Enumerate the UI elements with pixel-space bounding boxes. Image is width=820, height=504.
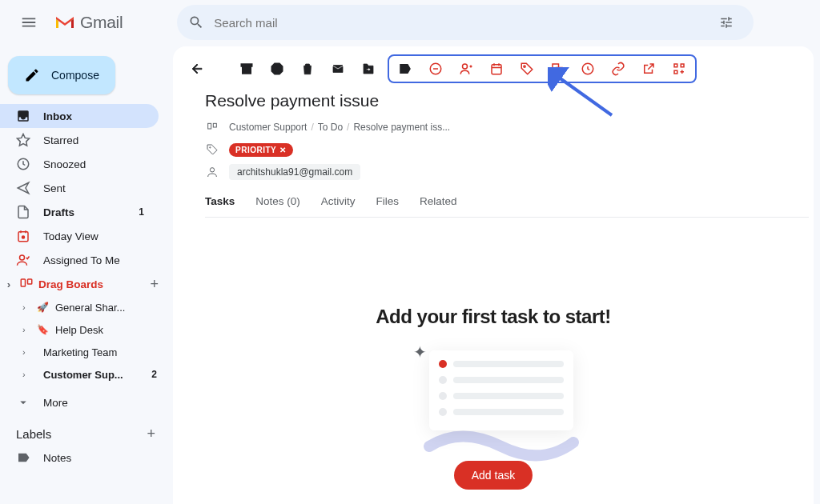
- svg-point-2: [22, 236, 25, 238]
- sidebar-item-assigned-to-me[interactable]: Assigned To Me: [0, 248, 159, 272]
- svg-point-22: [210, 168, 214, 172]
- archive-button[interactable]: [235, 58, 258, 80]
- drag-toolbar-highlight: [388, 54, 697, 83]
- remove-chip-icon[interactable]: ✕: [279, 146, 287, 154]
- search-input[interactable]: [214, 16, 701, 30]
- tab-files[interactable]: Files: [376, 187, 400, 217]
- tags-button[interactable]: [516, 58, 538, 80]
- board-path-icon: [205, 120, 219, 134]
- tab-notes[interactable]: Notes (0): [255, 187, 300, 217]
- sidebar: Compose Inbox Starred Snoozed Sent Draft…: [0, 48, 168, 474]
- board-customer-support[interactable]: ›Customer Sup...2: [0, 363, 168, 386]
- sidebar-item-today-view[interactable]: Today View: [0, 224, 159, 248]
- link-button[interactable]: [607, 58, 629, 80]
- add-task-button[interactable]: Add task: [454, 461, 533, 490]
- send-icon: [16, 181, 30, 195]
- pencil-icon: [24, 67, 40, 83]
- sidebar-item-inbox[interactable]: Inbox: [0, 104, 159, 128]
- search-options-button[interactable]: [710, 6, 742, 38]
- svg-point-12: [524, 66, 525, 67]
- back-button[interactable]: [186, 58, 208, 80]
- empty-state-title: Add your first task to start!: [173, 306, 814, 328]
- chevron-down-icon: [16, 395, 30, 410]
- open-external-button[interactable]: [637, 58, 660, 80]
- board-marketing[interactable]: ›Marketing Team: [0, 341, 168, 363]
- labels-header: Labels +: [0, 414, 168, 446]
- empty-state-illustration: ✦: [413, 342, 573, 446]
- svg-point-8: [276, 70, 278, 72]
- page-title: Resolve payment issue: [205, 91, 782, 110]
- compose-label: Compose: [51, 69, 99, 82]
- svg-rect-19: [208, 123, 211, 129]
- svg-point-21: [210, 147, 211, 148]
- tab-activity[interactable]: Activity: [321, 187, 356, 217]
- boards-icon: [19, 277, 34, 291]
- main-panel: Resolve payment issue Customer Support/T…: [173, 46, 814, 504]
- search-box[interactable]: [177, 5, 754, 40]
- sidebar-item-more[interactable]: More: [0, 390, 159, 414]
- breadcrumb[interactable]: Customer Support/To Do/Resolve payment i…: [229, 122, 450, 133]
- tags-row: PRIORITY ✕: [205, 141, 782, 158]
- gmail-logo-text: Gmail: [80, 13, 123, 32]
- draft-icon: [16, 205, 30, 219]
- mark-unread-button[interactable]: [327, 58, 349, 80]
- svg-rect-16: [674, 64, 677, 67]
- board-help-desk[interactable]: ›🔖Help Desk: [0, 318, 168, 341]
- main-menu-button[interactable]: [10, 3, 48, 42]
- assignee-chip[interactable]: architshukla91@gmail.com: [229, 164, 360, 180]
- sidebar-item-sent[interactable]: Sent: [0, 176, 159, 200]
- label-icon: [16, 450, 30, 465]
- add-label-button[interactable]: +: [147, 426, 155, 442]
- hamburger-icon: [20, 14, 38, 31]
- board-general[interactable]: ›🚀General Shar...: [0, 296, 168, 318]
- svg-rect-11: [492, 65, 501, 74]
- report-spam-button[interactable]: [266, 58, 288, 80]
- board-button[interactable]: [394, 58, 416, 80]
- chevron-right-icon: ›: [3, 278, 14, 290]
- svg-point-3: [20, 255, 25, 260]
- tab-related[interactable]: Related: [420, 187, 457, 217]
- clock-icon: [16, 157, 30, 171]
- apps-button[interactable]: [668, 58, 690, 80]
- toolbar: [173, 51, 814, 86]
- svg-point-10: [463, 64, 468, 69]
- person-icon: [16, 253, 30, 267]
- today-icon: [16, 229, 30, 243]
- tab-tasks[interactable]: Tasks: [205, 187, 235, 217]
- inbox-icon: [16, 109, 30, 123]
- search-icon: [188, 14, 204, 30]
- gmail-m-icon: [54, 14, 75, 30]
- assignee-row: architshukla91@gmail.com: [205, 163, 782, 181]
- empty-state: Add your first task to start! ✦ Add task: [173, 218, 814, 490]
- svg-rect-20: [213, 123, 216, 127]
- snooze-drag-button[interactable]: [577, 58, 599, 80]
- delete-button[interactable]: [296, 58, 319, 80]
- merge-button[interactable]: [546, 58, 569, 80]
- sidebar-item-drafts[interactable]: Drafts 1: [0, 200, 159, 224]
- compose-button[interactable]: Compose: [8, 56, 115, 94]
- svg-rect-5: [28, 279, 32, 284]
- header: Gmail: [0, 0, 820, 45]
- label-notes[interactable]: Notes: [0, 446, 159, 470]
- tabs: Tasks Notes (0) Activity Files Related: [205, 187, 809, 218]
- svg-rect-17: [681, 64, 684, 67]
- add-board-button[interactable]: +: [150, 276, 159, 293]
- assignee-icon: [205, 165, 219, 179]
- sidebar-item-snoozed[interactable]: Snoozed: [0, 152, 159, 176]
- sidebar-item-starred[interactable]: Starred: [0, 128, 159, 152]
- due-date-button[interactable]: [485, 58, 508, 80]
- drag-boards-header[interactable]: › Drag Boards +: [0, 272, 168, 296]
- svg-rect-4: [21, 279, 25, 286]
- svg-rect-18: [674, 70, 677, 74]
- move-to-button[interactable]: [357, 58, 380, 80]
- breadcrumb-row: Customer Support/To Do/Resolve payment i…: [205, 118, 782, 136]
- tune-icon: [719, 15, 734, 30]
- gmail-logo[interactable]: Gmail: [54, 13, 123, 32]
- tag-icon: [205, 142, 219, 157]
- status-button[interactable]: [424, 58, 447, 80]
- star-icon: [16, 133, 30, 147]
- assign-button[interactable]: [455, 58, 477, 80]
- priority-chip[interactable]: PRIORITY ✕: [229, 143, 293, 157]
